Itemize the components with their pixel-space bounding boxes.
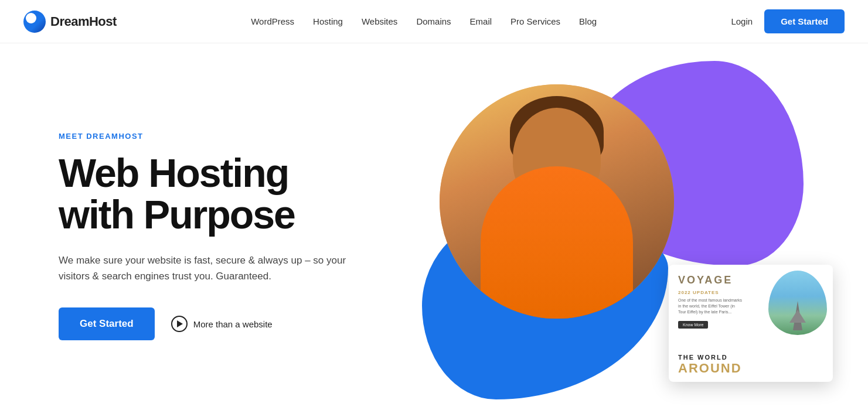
voyage-world-text: THE WORLD AROUND bbox=[678, 354, 742, 376]
nav-get-started-button[interactable]: Get Started bbox=[764, 9, 845, 33]
nav-email[interactable]: Email bbox=[470, 16, 492, 26]
voyage-update-text: One of the most famous landmarks in the … bbox=[678, 298, 743, 315]
hero-actions: Get Started More than a website bbox=[59, 307, 410, 340]
voyage-know-more-button[interactable]: Know More bbox=[678, 321, 708, 329]
nav-hosting[interactable]: Hosting bbox=[313, 16, 343, 26]
logo[interactable]: DreamHost bbox=[23, 11, 117, 33]
more-label: More than a website bbox=[193, 319, 273, 329]
hero-eyebrow: MEET DREAMHOST bbox=[59, 132, 410, 141]
hero-subtitle: We make sure your website is fast, secur… bbox=[59, 252, 363, 284]
hero-title-line2: with Purpose bbox=[59, 192, 295, 237]
voyage-around: AROUND bbox=[678, 361, 742, 375]
nav-websites[interactable]: Websites bbox=[362, 16, 397, 26]
eiffel-tower-icon bbox=[793, 301, 802, 330]
login-link[interactable]: Login bbox=[731, 16, 753, 26]
hero-get-started-button[interactable]: Get Started bbox=[59, 307, 155, 340]
nav-links: WordPress Hosting Websites Domains Email… bbox=[251, 16, 597, 26]
nav-wordpress[interactable]: WordPress bbox=[251, 16, 294, 26]
nav-blog[interactable]: Blog bbox=[579, 16, 597, 26]
logo-icon bbox=[23, 11, 46, 33]
play-icon bbox=[171, 316, 188, 332]
hero-content: MEET DREAMHOST Web Hosting with Purpose … bbox=[59, 132, 410, 340]
hero-visual: VOYAGE 2022 UPDATES One of the most famo… bbox=[410, 78, 821, 394]
hero-person-image bbox=[440, 84, 674, 319]
nav-actions: Login Get Started bbox=[731, 9, 845, 33]
hero-title-line1: Web Hosting bbox=[59, 151, 288, 195]
navbar: DreamHost WordPress Hosting Websites Dom… bbox=[0, 0, 868, 43]
nav-domains[interactable]: Domains bbox=[416, 16, 451, 26]
person-body bbox=[481, 166, 633, 319]
person-background bbox=[440, 84, 674, 319]
logo-text: DreamHost bbox=[50, 14, 117, 29]
hero-title: Web Hosting with Purpose bbox=[59, 152, 410, 236]
voyage-card: VOYAGE 2022 UPDATES One of the most famo… bbox=[669, 265, 833, 382]
hero-section: MEET DREAMHOST Web Hosting with Purpose … bbox=[0, 43, 868, 417]
nav-pro-services[interactable]: Pro Services bbox=[510, 16, 560, 26]
voyage-the: THE WORLD bbox=[678, 354, 742, 361]
more-than-website-button[interactable]: More than a website bbox=[171, 316, 273, 332]
